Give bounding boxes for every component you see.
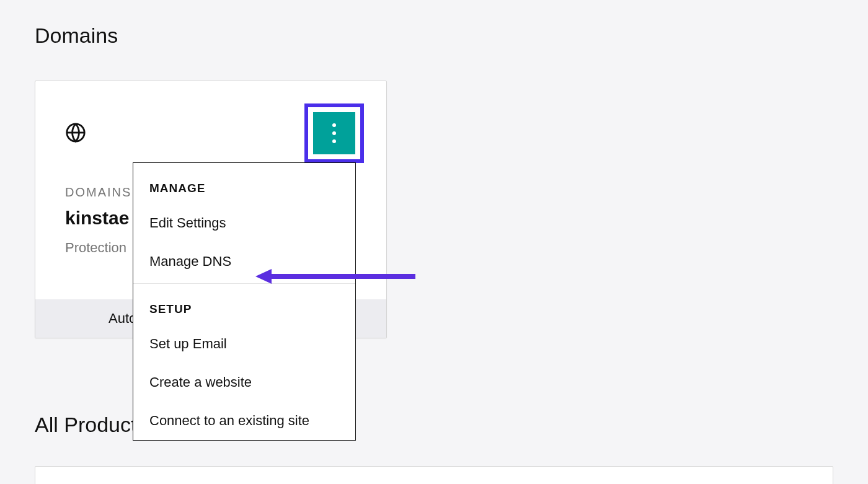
page-heading-domains: Domains (35, 24, 118, 48)
menu-item-create-website[interactable]: Create a website (133, 363, 355, 402)
all-products-panel (35, 466, 833, 484)
menu-item-manage-dns[interactable]: Manage DNS (133, 242, 355, 281)
kebab-icon (332, 123, 336, 143)
domain-actions-menu: MANAGE Edit Settings Manage DNS SETUP Se… (133, 162, 356, 441)
domain-type-label: DOMAINS (65, 185, 131, 200)
menu-item-connect-site[interactable]: Connect to an existing site (133, 402, 355, 440)
protection-status: Protection (65, 240, 126, 256)
menu-section-setup: SETUP (133, 284, 355, 325)
globe-icon (65, 122, 86, 143)
menu-section-manage: MANAGE (133, 163, 355, 204)
more-actions-button[interactable] (313, 112, 355, 154)
menu-item-setup-email[interactable]: Set up Email (133, 325, 355, 363)
more-actions-highlight (304, 103, 364, 163)
page-heading-all-products: All Products (35, 413, 147, 437)
menu-item-edit-settings[interactable]: Edit Settings (133, 204, 355, 242)
domain-name-text: kinstae (65, 208, 129, 229)
